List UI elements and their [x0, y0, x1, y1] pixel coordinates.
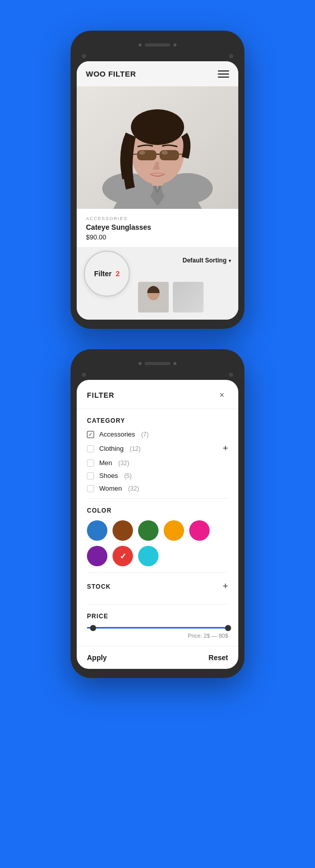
reset-button[interactable]: Reset — [209, 654, 228, 662]
category-item-men[interactable]: Men (32) — [87, 459, 228, 467]
modal-footer: Apply Reset — [77, 646, 238, 669]
svg-point-9 — [131, 109, 184, 145]
category-name-men: Men — [99, 459, 112, 467]
color-swatch-teal[interactable] — [138, 546, 159, 566]
category-item-accessories[interactable]: Accessories (7) — [87, 430, 228, 438]
hamburger-line-3 — [218, 77, 229, 78]
modal-body: CATEGORY Accessories (7) — [77, 409, 238, 646]
price-section: PRICE Price: 2$ — 80$ — [87, 605, 228, 646]
modal-header: FILTER × — [77, 380, 238, 409]
phone-notch-2 — [127, 358, 188, 369]
category-count-accessories: (7) — [141, 431, 149, 438]
notch-speaker-2 — [145, 362, 170, 365]
close-button[interactable]: × — [216, 389, 228, 401]
stock-title: STOCK — [87, 583, 111, 590]
thumb-placeholder-2 — [173, 282, 204, 312]
notch-dot-2 — [173, 43, 176, 46]
stock-header: STOCK + — [87, 581, 228, 592]
color-swatch-green[interactable] — [138, 520, 159, 541]
price-header: PRICE — [87, 613, 228, 620]
category-count-women: (32) — [128, 485, 139, 492]
product-thumbnail-2[interactable] — [173, 282, 204, 312]
category-item-shoes[interactable]: Shoes (5) — [87, 472, 228, 479]
color-grid — [87, 520, 228, 566]
phone-screen-1: WOO FILTER — [77, 61, 238, 320]
color-section: COLOR — [87, 499, 228, 573]
thumb-img-1 — [138, 282, 169, 312]
product-image-container — [77, 86, 238, 209]
filter-modal-screen: FILTER × CATEGORY — [77, 380, 238, 669]
price-title: PRICE — [87, 613, 108, 620]
price-slider-fill — [87, 627, 228, 629]
page-wrapper: WOO FILTER — [0, 15, 315, 868]
product-price: $90.00 — [86, 233, 229, 241]
app-title: WOO FILTER — [86, 69, 136, 78]
stock-expand-icon[interactable]: + — [222, 581, 228, 592]
checkbox-accessories[interactable] — [87, 431, 94, 438]
modal-title: FILTER — [87, 391, 115, 399]
price-range-label: Price: 2$ — 80$ — [87, 633, 228, 639]
phone-frame-1: WOO FILTER — [71, 31, 244, 329]
chevron-down-icon: ▾ — [229, 258, 231, 263]
sort-label: Default Sorting — [183, 257, 227, 264]
checkbox-shoes[interactable] — [87, 472, 94, 479]
phone-frame-2: FILTER × CATEGORY — [71, 349, 244, 678]
category-section: CATEGORY Accessories (7) — [87, 409, 228, 499]
filter-label: Filter 2 — [94, 270, 120, 278]
svg-point-16 — [162, 151, 168, 155]
checkbox-men[interactable] — [87, 460, 94, 467]
product-name: Cateye Sunglasses — [86, 223, 229, 231]
notch-dot — [139, 43, 142, 46]
category-count-shoes: (5) — [124, 472, 132, 479]
category-name-clothing: Clothing — [99, 445, 124, 452]
phone-camera-row — [77, 54, 238, 58]
category-item-women[interactable]: Women (32) — [87, 485, 228, 492]
price-slider-max-thumb[interactable] — [225, 625, 231, 631]
category-count-clothing: (12) — [130, 445, 141, 452]
category-name-women: Women — [99, 485, 122, 492]
notch-dot-4 — [173, 362, 176, 365]
hamburger-icon[interactable] — [218, 70, 229, 78]
category-item-clothing[interactable]: Clothing (12) + — [87, 443, 228, 454]
sort-dropdown[interactable]: Default Sorting ▾ — [183, 257, 238, 264]
price-slider-track — [87, 627, 228, 629]
notch-speaker — [145, 43, 170, 46]
svg-point-15 — [139, 151, 145, 155]
product-category: ACCESSORIES — [86, 216, 229, 221]
product-image — [77, 86, 238, 209]
camera-dot-left-2 — [82, 373, 86, 377]
stock-section: STOCK + — [87, 573, 228, 605]
color-swatch-blue[interactable] — [87, 520, 107, 541]
phone-notch-1 — [127, 40, 188, 50]
category-name-shoes: Shoes — [99, 472, 118, 479]
color-swatch-purple[interactable] — [87, 546, 107, 566]
clothing-expand-icon[interactable]: + — [222, 443, 228, 454]
phone-camera-row-2 — [77, 373, 238, 377]
notch-dot-3 — [139, 362, 142, 365]
product-thumbnail-1[interactable] — [138, 282, 169, 312]
category-count-men: (32) — [118, 460, 129, 467]
color-swatch-brown[interactable] — [112, 520, 133, 541]
filter-count: 2 — [116, 270, 120, 278]
close-icon: × — [219, 391, 224, 400]
color-title: COLOR — [87, 507, 111, 514]
hamburger-line-1 — [218, 70, 229, 71]
color-swatch-yellow[interactable] — [164, 520, 184, 541]
color-swatch-pink[interactable] — [189, 520, 210, 541]
app-header: WOO FILTER — [77, 61, 238, 86]
apply-button[interactable]: Apply — [87, 654, 107, 662]
color-swatch-red[interactable] — [112, 546, 133, 566]
checkbox-clothing[interactable] — [87, 445, 94, 452]
checkbox-women[interactable] — [87, 485, 94, 492]
filter-bar: Filter 2 Default Sorting ▾ — [77, 247, 238, 274]
camera-dot-left — [82, 54, 86, 58]
svg-rect-19 — [145, 300, 162, 312]
filter-button[interactable]: Filter 2 — [84, 251, 130, 297]
price-slider-min-thumb[interactable] — [90, 625, 96, 631]
camera-dot-right-2 — [229, 373, 233, 377]
category-list: Accessories (7) Clothing (12) + — [87, 430, 228, 492]
camera-dot-right — [229, 54, 233, 58]
hamburger-line-2 — [218, 74, 229, 75]
category-header: CATEGORY — [87, 417, 228, 424]
color-header: COLOR — [87, 507, 228, 514]
